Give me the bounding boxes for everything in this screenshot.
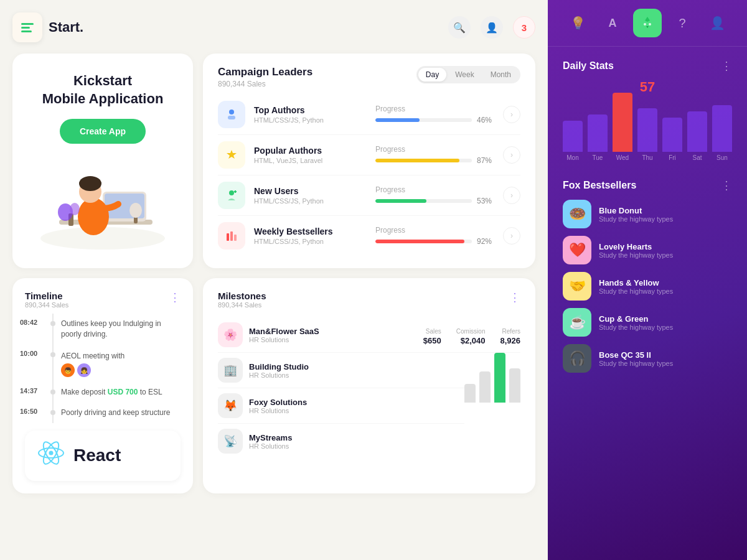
bestseller-info: Hands & Yellow Study the highway types	[599, 278, 673, 295]
milestone-row: 🌸 Man&Flower SaaS HR Solutions Sales $65…	[218, 317, 520, 353]
row-progress-new-users: Progress 53%	[375, 185, 497, 205]
svg-point-10	[70, 203, 80, 215]
svg-rect-19	[227, 233, 229, 241]
timeline-item: 10:00 AEOL meeting with 👦 👧	[52, 345, 181, 383]
bestseller-item: ☕ Cup & Green Study the highway types	[563, 308, 732, 337]
timeline-title: Timeline	[25, 291, 68, 301]
fox-bestsellers-title: Fox Bestsellers	[563, 180, 636, 191]
nav-icon-user[interactable]: 👤	[703, 9, 731, 37]
row-icon-weekly-bestsellers	[218, 222, 245, 250]
notification-badge[interactable]: 3	[513, 16, 535, 39]
milestone-row: 📡 MyStreams HR Solutions	[218, 424, 464, 459]
bestseller-item: 🍩 Blue Donut Study the highway types	[563, 200, 732, 228]
svg-point-25	[49, 450, 54, 455]
main-area: Start. 🔍 👤 3 Kickstart Mobile Applicatio…	[0, 0, 548, 560]
bestseller-item: 🎧 Bose QC 35 II Study the highway types	[563, 344, 732, 373]
timeline-item: 08:42 Outlines keep you Indulging in poo…	[52, 314, 181, 345]
react-banner: React	[25, 431, 181, 481]
row-icon-popular-authors	[218, 141, 245, 169]
bestseller-item: ❤️ Lovely Hearts Study the highway types	[563, 236, 732, 264]
milestones-menu[interactable]: ⋮	[509, 291, 520, 304]
campaign-title: Campaign Leaders	[218, 66, 312, 78]
campaign-header: Campaign Leaders 890,344 Sales Day Week …	[218, 66, 520, 88]
timeline-menu[interactable]: ⋮	[169, 291, 181, 304]
fox-bestsellers-menu[interactable]: ⋮	[721, 179, 732, 192]
kickstart-title: Kickstart Mobile Application	[42, 72, 164, 108]
sidebar-nav: 💡 A ? 👤	[548, 0, 747, 47]
row-info-weekly-bestsellers: Weekly Bestsellers HTML/CSS/JS, Python	[254, 226, 375, 245]
row-progress-top-authors: Progress 46%	[375, 105, 497, 124]
svg-marker-15	[227, 150, 237, 159]
search-icon[interactable]: 🔍	[448, 16, 471, 39]
svg-point-12	[129, 203, 142, 218]
campaign-title-group: Campaign Leaders 890,344 Sales	[218, 66, 312, 88]
campaign-tab-group: Day Week Month	[416, 66, 520, 83]
illustration	[34, 157, 171, 251]
row-progress-popular-authors: Progress 87%	[375, 145, 497, 165]
create-app-button[interactable]: Create App	[60, 119, 146, 144]
bestseller-thumb: 🍩	[563, 200, 591, 228]
user-icon[interactable]: 👤	[481, 16, 503, 39]
bestseller-info: Lovely Hearts Study the highway types	[599, 242, 673, 259]
bestseller-thumb: 🤝	[563, 272, 591, 301]
row-arrow-popular-authors[interactable]: ›	[503, 146, 520, 164]
milestones-subtitle: 890,344 Sales	[218, 301, 266, 309]
timeline-item: 16:50 Poorly driving and keep structure	[52, 403, 181, 423]
daily-stats-title: Daily Stats	[563, 60, 614, 72]
row-info-popular-authors: Popular Authors HTML, VueJS, Laravel	[254, 146, 375, 164]
svg-point-29	[649, 23, 651, 26]
svg-point-13	[229, 110, 234, 114]
campaign-row: Weekly Bestsellers HTML/CSS/JS, Python P…	[218, 216, 520, 256]
milestone-chart	[464, 353, 520, 403]
row-progress-weekly-bestsellers: Progress 92%	[375, 226, 497, 246]
sidebar: 💡 A ? 👤 Daily Stats ⋮ 57 Mon Tue Wed	[548, 0, 747, 560]
timeline-item: 14:37 Make deposit USD 700 to ESL	[52, 382, 181, 403]
tab-month[interactable]: Month	[483, 68, 519, 82]
bestseller-thumb: ☕	[563, 308, 591, 337]
nav-icon-bulb[interactable]: 💡	[563, 9, 592, 37]
svg-rect-14	[228, 116, 235, 119]
logo-icon	[21, 23, 34, 32]
campaign-rows: Top Authors HTML/CSS/JS, Python Progress…	[218, 95, 520, 256]
daily-stats-menu[interactable]: ⋮	[721, 59, 732, 73]
bestseller-info: Cup & Green Study the highway types	[599, 314, 673, 331]
svg-point-28	[644, 23, 646, 26]
row-arrow-weekly-bestsellers[interactable]: ›	[503, 227, 520, 245]
campaign-row: New Users HTML/CSS/JS, Python Progress 5…	[218, 175, 520, 216]
svg-rect-20	[230, 231, 233, 241]
milestone-info: Man&Flower SaaS HR Solutions	[249, 327, 417, 343]
logo-box	[12, 12, 42, 42]
timeline-subtitle: 890,344 Sales	[25, 301, 68, 309]
timeline-card: Timeline 890,344 Sales ⋮ 08:42 Outlines …	[12, 278, 193, 493]
app-title: Start.	[49, 19, 83, 35]
milestone-icon: 🏢	[218, 358, 243, 383]
bestseller-thumb: ❤️	[563, 236, 591, 264]
milestones-header: Milestones 890,344 Sales ⋮	[218, 291, 520, 309]
milestone-row: 🏢 Building Studio HR Solutions	[218, 353, 464, 388]
nav-icon-question[interactable]: ?	[668, 9, 697, 37]
row-arrow-top-authors[interactable]: ›	[503, 106, 520, 123]
daily-stats-section: Daily Stats ⋮ 57 Mon Tue Wed Thu	[548, 47, 747, 172]
nav-icon-a[interactable]: A	[598, 9, 627, 37]
daily-stats-peak: 57	[563, 79, 732, 95]
svg-rect-21	[234, 235, 237, 241]
row-info-new-users: New Users HTML/CSS/JS, Python	[254, 186, 375, 205]
daily-stats-chart: Mon Tue Wed Thu Fri Sat	[563, 99, 732, 161]
campaign-card: Campaign Leaders 890,344 Sales Day Week …	[203, 54, 535, 268]
avatar: 👦	[61, 363, 75, 377]
bestseller-item: 🤝 Hands & Yellow Study the highway types	[563, 272, 732, 301]
content-grid: Kickstart Mobile Application Create App	[12, 54, 535, 493]
bestseller-thumb: 🎧	[563, 344, 591, 373]
header-right: 🔍 👤 3	[448, 16, 535, 39]
milestone-row: 🦊 Foxy Solutions HR Solutions	[218, 388, 464, 424]
timeline-header: Timeline 890,344 Sales ⋮	[25, 291, 181, 309]
nav-icon-fox[interactable]	[633, 9, 662, 37]
tab-day[interactable]: Day	[418, 68, 446, 82]
tab-week[interactable]: Week	[448, 68, 481, 82]
timeline-items: 08:42 Outlines keep you Indulging in poo…	[25, 314, 181, 423]
campaign-subtitle: 890,344 Sales	[218, 80, 312, 88]
svg-point-5	[78, 198, 109, 235]
row-arrow-new-users[interactable]: ›	[503, 187, 520, 204]
row-info-top-authors: Top Authors HTML/CSS/JS, Python	[254, 105, 375, 124]
svg-point-16	[229, 190, 234, 195]
